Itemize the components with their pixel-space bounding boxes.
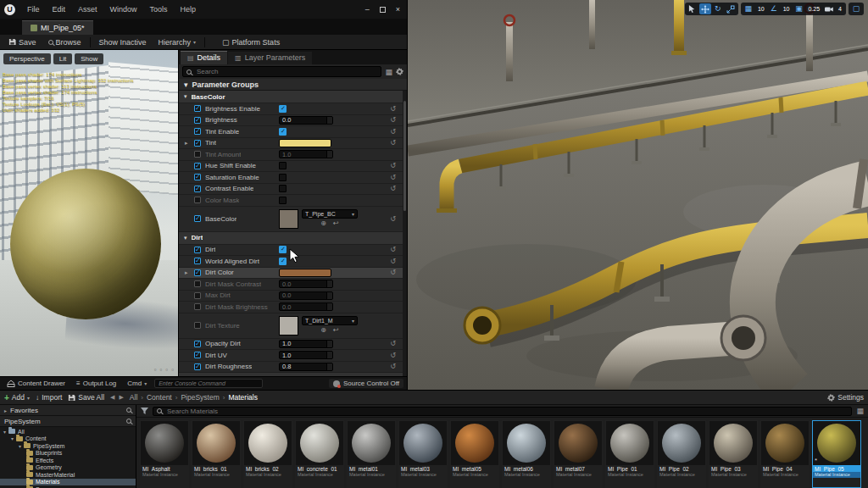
- parameter-row[interactable]: Tint Enable ↺: [179, 126, 403, 138]
- parameter-row[interactable]: World Aligned Dirt ↺: [179, 256, 403, 268]
- color-swatch[interactable]: [279, 269, 331, 277]
- close-icon[interactable]: ×: [396, 5, 400, 14]
- minimize-icon[interactable]: –: [365, 5, 370, 14]
- project-header[interactable]: PipeSystem: [0, 416, 136, 427]
- level-viewport[interactable]: ↻ ▦ 10 ∠ 10 ▣ 0.25 4 ▢: [408, 0, 868, 390]
- reset-to-default-icon[interactable]: ↺: [390, 215, 396, 223]
- override-checkbox[interactable]: [194, 163, 201, 169]
- override-checkbox[interactable]: [194, 215, 201, 222]
- tree-item[interactable]: ▾ All: [0, 428, 136, 435]
- parameter-value-field[interactable]: 1.0: [279, 150, 333, 158]
- level-viewport-scene[interactable]: [408, 0, 868, 390]
- output-log-button[interactable]: ≡ Output Log: [73, 379, 120, 388]
- cmd-dropdown[interactable]: Cmd ▾: [124, 379, 150, 388]
- asset-tile[interactable]: MI_metal03 Material Instance: [398, 420, 448, 488]
- asset-thumbnail[interactable]: *: [813, 421, 860, 465]
- reset-to-default-icon[interactable]: ↺: [390, 185, 396, 192]
- select-tool-button[interactable]: [687, 3, 698, 14]
- parameter-row[interactable]: Dirt Texture T_Dirt1_M ▾: [179, 313, 403, 339]
- menu-item[interactable]: Edit: [47, 3, 72, 16]
- asset-thumbnail[interactable]: [192, 421, 240, 465]
- asset-thumbnail[interactable]: [141, 421, 188, 465]
- tree-item[interactable]: Geometry: [0, 464, 136, 472]
- asset-tile[interactable]: MI_metal07 Material Instance: [554, 420, 603, 488]
- override-checkbox[interactable]: [194, 341, 201, 347]
- save-all-button[interactable]: Save All: [68, 393, 104, 402]
- details-search-box[interactable]: [182, 66, 381, 77]
- parameter-row[interactable]: ▾ BaseColor: [179, 91, 403, 103]
- override-checkbox[interactable]: [194, 352, 201, 358]
- expander-arrow-icon[interactable]: ▾: [19, 443, 21, 449]
- parameter-checkbox[interactable]: [279, 105, 287, 113]
- override-checkbox[interactable]: [194, 322, 201, 329]
- override-checkbox[interactable]: [194, 105, 201, 112]
- asset-search-input[interactable]: [165, 407, 848, 416]
- settings-button[interactable]: Settings: [827, 393, 864, 402]
- parameter-checkbox[interactable]: [279, 162, 287, 169]
- chevron-down-icon[interactable]: ▾: [184, 93, 187, 100]
- texture-thumbnail[interactable]: [279, 209, 298, 229]
- breadcrumb-item[interactable]: Materials: [228, 393, 257, 402]
- save-button[interactable]: Save: [3, 36, 42, 48]
- chevron-down-icon[interactable]: ▾: [184, 235, 187, 241]
- reset-to-default-icon[interactable]: ↺: [390, 139, 396, 147]
- asset-thumbnail[interactable]: [709, 421, 757, 465]
- rotation-snap-icon[interactable]: ∠: [768, 3, 780, 14]
- reset-to-default-icon[interactable]: ↺: [390, 352, 396, 359]
- show-button[interactable]: Show: [75, 53, 103, 64]
- material-preview-viewport[interactable]: Perspective Lit Show Base pass shader: 1…: [0, 50, 179, 376]
- grid-snap-value[interactable]: 10: [755, 6, 767, 12]
- breadcrumb-item[interactable]: Content: [147, 393, 172, 402]
- value-spinner[interactable]: [326, 341, 332, 347]
- tab-layer-parameters[interactable]: ▥ Layer Parameters: [228, 52, 312, 64]
- details-scrollbar[interactable]: [403, 91, 407, 376]
- override-checkbox[interactable]: [194, 292, 201, 299]
- asset-thumbnail[interactable]: [606, 421, 654, 465]
- asset-tile[interactable]: MI_Asphalt Material Instance: [140, 420, 189, 488]
- favorites-header[interactable]: ▸ Favorites: [0, 405, 136, 416]
- parameter-row[interactable]: Saturation Enable ↺: [179, 172, 403, 184]
- parameter-row[interactable]: Dirt Mask Brightness 0.0: [179, 302, 403, 313]
- parameter-checkbox[interactable]: [279, 128, 287, 136]
- parameter-row[interactable]: Dirt Roughness 0.8 ↺: [179, 362, 403, 374]
- camera-speed-icon[interactable]: [823, 3, 835, 14]
- parameter-row[interactable]: Color Mask: [179, 195, 403, 207]
- mini-icon[interactable]: ▫: [171, 366, 174, 374]
- override-checkbox[interactable]: [194, 128, 201, 135]
- parameter-row[interactable]: Dirt ↺: [179, 245, 403, 257]
- parameter-row[interactable]: BaseColor T_Pipe_BC ▾: [179, 207, 403, 232]
- parameter-row[interactable]: ▸ Dirt Color ↺: [179, 268, 403, 280]
- view-options-icon[interactable]: ▦: [856, 407, 864, 415]
- rotate-tool-button[interactable]: ↻: [712, 3, 724, 14]
- parameter-row[interactable]: ▸ Tint ↺: [179, 138, 403, 150]
- asset-tile[interactable]: MI_Pipe_02 Material Instance: [657, 420, 706, 488]
- tree-item[interactable]: Blueprints: [0, 450, 136, 458]
- parameter-checkbox[interactable]: [279, 185, 287, 192]
- override-checkbox[interactable]: [194, 269, 201, 276]
- parameter-value-field[interactable]: 0.8: [279, 363, 333, 371]
- parameter-value-field[interactable]: 0.0: [279, 280, 333, 288]
- mini-icon[interactable]: ▫: [165, 366, 168, 374]
- value-spinner[interactable]: [326, 352, 332, 358]
- scale-snap-value[interactable]: 0.25: [805, 6, 822, 12]
- asset-tile[interactable]: MI_Pipe_04 Material Instance: [760, 420, 810, 488]
- asset-tile[interactable]: MI_bricks_01 Material Instance: [192, 420, 241, 488]
- asset-search-box[interactable]: [153, 407, 852, 416]
- camera-speed-value[interactable]: 4: [836, 6, 844, 12]
- parameter-value-field[interactable]: 0.0: [279, 291, 333, 300]
- scale-tool-button[interactable]: [725, 3, 737, 14]
- rotation-snap-value[interactable]: 10: [781, 6, 793, 12]
- tree-item[interactable]: Materials: [0, 479, 136, 486]
- gear-icon[interactable]: [396, 68, 403, 75]
- browse-to-asset-icon[interactable]: ⊕: [320, 326, 326, 334]
- tree-item[interactable]: Effects: [0, 457, 136, 464]
- import-button[interactable]: ↓ Import: [36, 393, 62, 402]
- mini-icon[interactable]: ▫: [159, 366, 162, 374]
- tree-item[interactable]: ▾ Content: [0, 435, 136, 443]
- override-checkbox[interactable]: [194, 258, 201, 264]
- parameter-row[interactable]: Opacity Dirt 1.0 ↺: [179, 339, 403, 351]
- override-checkbox[interactable]: [194, 174, 201, 180]
- view-options-icon[interactable]: ▦: [385, 68, 392, 76]
- reset-to-default-icon[interactable]: ↺: [390, 340, 396, 347]
- texture-dropdown[interactable]: T_Dirt1_M ▾: [302, 316, 358, 325]
